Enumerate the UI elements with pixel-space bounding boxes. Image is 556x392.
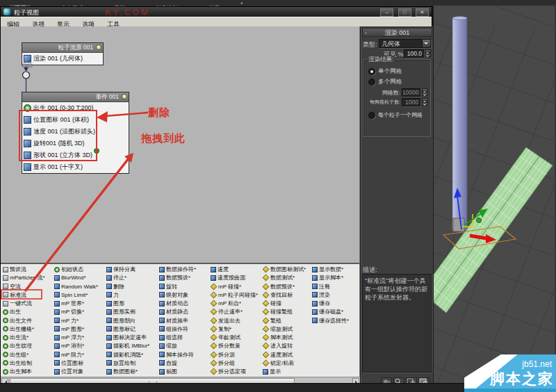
depot-item[interactable]: 摄影机 IMBlur* <box>106 342 149 350</box>
depot-item[interactable]: 拆分组 <box>211 359 235 367</box>
depot-item[interactable]: 力 <box>106 291 119 299</box>
depot-item[interactable]: 旋转 <box>159 283 177 291</box>
depot-item[interactable]: 出生流* <box>3 334 28 341</box>
depot-item[interactable]: 位置对象 <box>54 368 83 375</box>
depot-item[interactable]: 映射对象 <box>159 291 188 299</box>
depot-item[interactable]: 复制* <box>211 325 231 333</box>
depot-item[interactable]: mP 溶剂* <box>54 342 84 350</box>
radio-dot[interactable] <box>368 68 375 75</box>
depot-item[interactable]: 图形 <box>106 300 124 307</box>
depot-item[interactable]: 碰撞繁殖 <box>263 308 293 316</box>
depot-item[interactable]: 发送出去 <box>211 317 240 325</box>
depot-item[interactable]: 数据图标测试* <box>263 266 306 273</box>
enable-lamp-icon[interactable] <box>122 94 127 99</box>
type-dropdown[interactable]: 几何体 <box>379 39 431 48</box>
node-operator-row[interactable]: 出生 001 (0-30 T:200) <box>22 102 129 114</box>
per-mesh-field[interactable]: 1000 <box>402 98 420 106</box>
depot-item[interactable]: Random Walk* <box>54 283 98 291</box>
depot-item[interactable]: mP 切换* <box>54 308 84 316</box>
depot-item[interactable]: 出生组* <box>3 351 28 359</box>
depot-item[interactable]: 缓存选择性* <box>312 317 349 325</box>
depot-item[interactable]: mP 碰撞* <box>211 283 241 291</box>
depot-item[interactable]: 停止* <box>106 274 126 281</box>
depot-item[interactable]: 组选择 <box>159 334 183 341</box>
depot-item[interactable]: 摄影机消隐* <box>106 351 143 359</box>
depot-item[interactable]: 位置图标 <box>54 359 83 367</box>
depot-item[interactable]: 材质频率 <box>159 317 188 325</box>
depot-item[interactable]: 图形标记 <box>106 325 136 333</box>
depot-item[interactable]: 碰撞 <box>263 300 281 307</box>
radio-mesh-per-particle[interactable]: 每个粒子一个网格 <box>368 111 423 119</box>
depot-item[interactable]: 贴图 <box>159 368 177 375</box>
depot-item[interactable]: mP 世界* <box>54 300 84 307</box>
depot-item[interactable]: 注释 <box>312 283 330 291</box>
depot-item[interactable]: 数据图标* <box>106 368 138 375</box>
depot-item[interactable]: 出生 <box>3 308 21 316</box>
depot-item[interactable]: 显示数据* <box>312 266 343 273</box>
depot-item[interactable]: 出生栅格* <box>3 325 34 333</box>
depot-item[interactable]: 材质动态 <box>159 300 188 307</box>
depot-item[interactable]: 拆分数量 <box>211 342 240 350</box>
depot-item[interactable]: 图形朝向 <box>106 317 136 325</box>
visible-spinner[interactable] <box>425 49 431 58</box>
operator-depot[interactable]: 预设流mParticles 流*空流标准流一键式流出生出生文件出生栅格*出生流*… <box>1 263 360 377</box>
per-mesh-spinner[interactable] <box>422 98 428 106</box>
chevron-down-icon[interactable] <box>422 40 430 47</box>
event-node[interactable]: 事件 001 出生 001 (0-30 T:200)位置图标 001 (体积)速… <box>22 92 129 174</box>
depot-item[interactable]: 图标决定速率 <box>106 334 147 341</box>
depot-item[interactable]: 速度测试 <box>263 351 293 359</box>
radio-multiple-mesh[interactable]: 多个网格 <box>368 78 402 86</box>
depot-item[interactable]: Spin Limit* <box>54 291 88 299</box>
depot-item[interactable]: 缩放测试 <box>263 325 293 333</box>
depot-item[interactable]: mP 粘合* <box>211 300 241 307</box>
depot-item[interactable]: 删除 <box>106 283 124 291</box>
depot-item[interactable]: 预设流 <box>3 266 26 273</box>
depot-item[interactable]: mP 阻力* <box>54 351 84 359</box>
depot-item[interactable]: 初始状态 <box>54 266 83 273</box>
depot-item[interactable]: 年龄测试 <box>211 334 240 341</box>
depot-item[interactable]: 空流 <box>3 283 21 291</box>
depot-item[interactable]: mParticles 流* <box>3 274 45 281</box>
depot-item[interactable]: 繁殖 <box>263 317 281 325</box>
node-operator-row[interactable]: 旋转001 (随机 3D) <box>22 138 129 149</box>
depot-item[interactable]: 锁定/粘着 <box>263 359 294 367</box>
depot-item[interactable]: 显示 <box>263 368 281 375</box>
depot-item[interactable]: 放置绘制 <box>106 359 136 367</box>
pv-titlebar[interactable]: 粒子视图 KY.COM – □ ✕ <box>1 7 432 17</box>
depot-item[interactable]: 标准流 <box>3 291 26 299</box>
viewport-3d[interactable] <box>432 6 556 383</box>
node-operator-row[interactable]: 位置图标 001 (体积) <box>22 114 129 126</box>
render-rollout-header[interactable]: - 渲染 001 <box>362 28 432 37</box>
depot-item[interactable]: 材质静态 <box>159 308 188 316</box>
visible-percent-field[interactable]: 100.0 <box>404 49 424 58</box>
node-operator-row[interactable]: 速度 001 (沿图标箭头) <box>22 126 129 138</box>
node-operator-row[interactable]: 显示 001 (十字叉) <box>22 161 129 173</box>
ribbon-overflow-icon[interactable]: ▾ <box>240 1 243 6</box>
depot-item[interactable]: mP 力* <box>54 317 79 325</box>
depot-item[interactable]: 渲染 <box>312 291 330 299</box>
collapse-icon[interactable]: - <box>365 28 367 37</box>
depot-item[interactable]: 显示脚本* <box>312 274 343 281</box>
depot-item[interactable]: 缩放 <box>159 342 177 350</box>
enable-lamp-icon[interactable] <box>96 44 101 50</box>
pf-source-node-header[interactable]: 粒子流源 001 <box>22 43 103 53</box>
depot-item[interactable]: 速度 <box>211 266 229 273</box>
mesh-count-field[interactable]: 10000 <box>402 88 420 97</box>
radio-dot[interactable] <box>368 79 375 85</box>
maximize-button[interactable]: □ <box>398 8 411 17</box>
depot-item[interactable]: 保持分离 <box>106 266 136 273</box>
depot-item[interactable]: 出生脚本 <box>3 368 32 375</box>
depot-item[interactable]: 停止速率* <box>211 308 243 316</box>
depot-item[interactable]: 缓存磁盘* <box>312 308 343 316</box>
depot-item[interactable]: 数据测试* <box>263 274 295 281</box>
depot-item[interactable]: 进入旋转 <box>263 342 293 350</box>
depot-item[interactable]: 出生文件 <box>3 317 32 325</box>
node-operator-row[interactable]: 渲染 001 (几何体) <box>22 53 103 65</box>
depot-item[interactable]: 自旋 <box>159 359 177 367</box>
depot-item[interactable]: 一键式流 <box>3 300 32 307</box>
depot-item[interactable]: 图形实例 <box>106 308 136 316</box>
mesh-count-spinner[interactable] <box>422 88 428 97</box>
event-node-header[interactable]: 事件 001 <box>22 92 129 102</box>
depot-item[interactable]: 查找目标 <box>263 291 293 299</box>
depot-item[interactable]: BlurWind* <box>54 274 86 281</box>
